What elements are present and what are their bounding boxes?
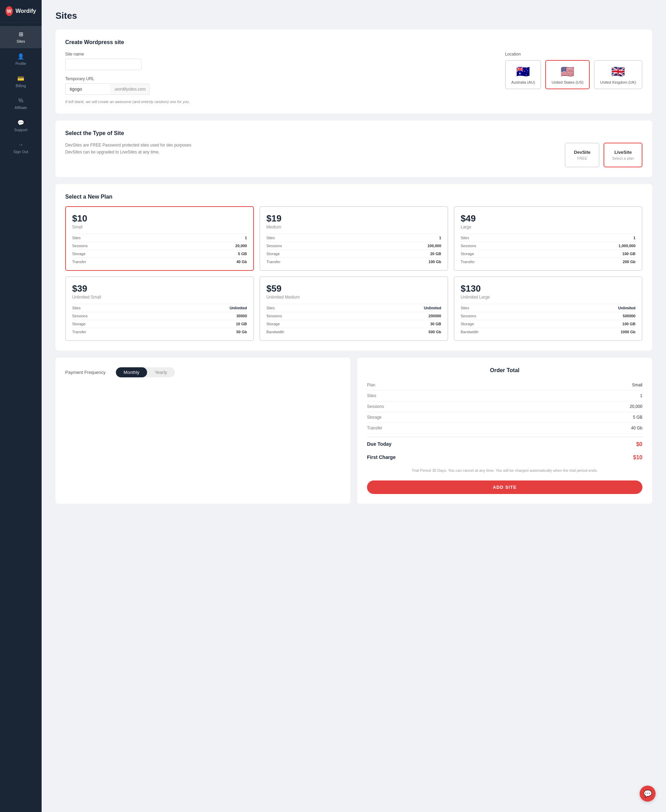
order-storage-label: Storage (367, 415, 382, 420)
us-flag: 🇺🇸 (560, 65, 574, 78)
main-content: Sites Create Wordpress site Site name Te… (41, 0, 666, 812)
plan-medium-features: Sites 1 Sessions 100,000 Storage 20 GB T… (266, 234, 441, 264)
sidebar-item-signout-label: Sign Out (13, 150, 28, 154)
order-sites-val: 1 (640, 393, 643, 398)
sidebar-item-signout[interactable]: → Sign Out (0, 137, 41, 159)
temp-url-label: Temporary URL (65, 76, 491, 81)
uk-flag: 🇬🇧 (611, 65, 625, 78)
monthly-toggle[interactable]: Monthly (116, 367, 147, 377)
location-us[interactable]: 🇺🇸 United States (US) (545, 60, 590, 89)
site-type-description: DevSites are FREE Password protected sit… (65, 143, 551, 157)
plan-small[interactable]: $10 Small Sites 1 Sessions 20,000 Storag… (65, 206, 254, 271)
site-type-livesite[interactable]: LiveSite Select a plan (603, 143, 643, 167)
url-row: .wordifysites.com (65, 83, 491, 95)
page-title: Sites (56, 10, 652, 21)
plan-large[interactable]: $49 Large Sites 1 Sessions 1,000,000 Sto… (454, 206, 643, 271)
url-prefix-input[interactable] (65, 83, 110, 95)
plan-unlimitedlarge-price: $130 (461, 283, 635, 294)
order-storage-val: 5 GB (633, 415, 643, 420)
add-site-button[interactable]: ADD SITE (367, 480, 643, 494)
order-note: Trial Period 30 Days. You can cancel at … (367, 468, 643, 473)
temp-url-group: Temporary URL .wordifysites.com If left … (65, 76, 491, 104)
plan-unlimitedsmall-name: Unlimited Small (72, 295, 247, 299)
livesite-name: LiveSite (614, 150, 631, 155)
plan-medium-transfer: Transfer 100 Gb (266, 258, 441, 264)
location-au[interactable]: 🇦🇺 Australia (AU) (505, 60, 541, 89)
order-transfer-label: Transfer (367, 426, 382, 430)
payment-frequency-row: Payment Frequency Monthly Yearly (65, 367, 341, 377)
sidebar-nav: ⊞ Sites 👤 Profile 💳 Billing % Affiliate … (0, 23, 41, 812)
sidebar-logo: W Wordify (0, 0, 41, 23)
plan-large-sites: Sites 1 (461, 234, 635, 240)
site-type-card: Select the Type of Site DevSites are FRE… (56, 121, 652, 177)
affiliate-icon: % (18, 98, 23, 104)
location-uk[interactable]: 🇬🇧 United Kingdom (UK) (594, 60, 643, 89)
devsite-name: DevSite (574, 150, 591, 155)
plans-grid: $10 Small Sites 1 Sessions 20,000 Storag… (65, 206, 643, 341)
au-flag: 🇦🇺 (516, 65, 530, 78)
order-sessions-val: 20,000 (630, 404, 643, 409)
site-type-cards: DevSite FREE LiveSite Select a plan (565, 143, 643, 167)
location-label: Location (505, 52, 643, 56)
order-row-sites: Sites 1 (367, 390, 643, 401)
order-row-sessions: Sessions 20,000 (367, 401, 643, 412)
us-name: United States (US) (552, 80, 584, 84)
support-icon: 💬 (17, 119, 24, 126)
sidebar-item-affiliate[interactable]: % Affiliate (0, 93, 41, 114)
plan-unlimitedlarge-storage: Storage 100 GB (461, 320, 635, 326)
plan-unlimited-small[interactable]: $39 Unlimited Small Sites Unlimited Sess… (65, 276, 254, 341)
yearly-toggle[interactable]: Yearly (147, 367, 175, 377)
order-total-card: Order Total Plan Small Sites 1 Sessions … (357, 357, 652, 504)
plan-medium-name: Medium (266, 225, 441, 230)
order-due-today-row: Due Today $0 (367, 437, 643, 451)
plan-unlimitedsmall-transfer: Transfer 50 Gb (72, 328, 247, 334)
payment-frequency-label: Payment Frequency (65, 370, 106, 375)
order-first-charge-label: First Charge (367, 455, 396, 461)
plan-unlimitedmedium-storage: Storage 30 GB (266, 320, 441, 326)
uk-name: United Kingdom (UK) (600, 80, 636, 84)
sidebar-item-billing-label: Billing (16, 84, 26, 88)
create-site-card: Create Wordpress site Site name Temporar… (56, 30, 652, 114)
create-site-form-row: Site name Temporary URL .wordifysites.co… (65, 52, 643, 104)
order-sessions-label: Sessions (367, 404, 384, 409)
order-total-title: Order Total (367, 367, 643, 374)
plan-unlimited-medium[interactable]: $59 Unlimited Medium Sites Unlimited Ses… (259, 276, 448, 341)
plan-small-storage-label: Storage (72, 252, 86, 256)
plan-unlimitedlarge-features: Sites Unlimited Sessions 500000 Storage … (461, 304, 635, 334)
sidebar-item-support[interactable]: 💬 Support (0, 114, 41, 137)
sidebar-item-profile[interactable]: 👤 Profile (0, 48, 41, 71)
plan-medium-sessions: Sessions 100,000 (266, 241, 441, 248)
plan-small-price: $10 (72, 213, 247, 224)
sidebar-item-billing[interactable]: 💳 Billing (0, 71, 41, 93)
sites-icon: ⊞ (19, 31, 23, 38)
sidebar-item-sites[interactable]: ⊞ Sites (0, 26, 41, 48)
plan-unlimitedlarge-bandwidth: Bandwidth 1000 Gb (461, 328, 635, 334)
location-section: Location 🇦🇺 Australia (AU) 🇺🇸 United Sta… (505, 52, 643, 89)
url-hint: If left blank, we will create an awesome… (65, 100, 491, 104)
chat-bubble[interactable]: 💬 (640, 786, 656, 802)
plan-small-storage: Storage 5 GB (72, 250, 247, 256)
plan-unlimitedmedium-name: Unlimited Medium (266, 295, 441, 299)
logo-text: Wordify (16, 8, 36, 14)
plan-medium[interactable]: $19 Medium Sites 1 Sessions 100,000 Stor… (259, 206, 448, 271)
site-type-devsite[interactable]: DevSite FREE (565, 143, 599, 167)
site-type-title: Select the Type of Site (65, 130, 643, 136)
order-first-charge-row: First Charge $10 (367, 451, 643, 463)
site-type-desc-2: DevSites can be upgraded to LiveSites at… (65, 150, 551, 154)
create-site-title: Create Wordpress site (65, 39, 643, 45)
logo-icon: W (5, 6, 13, 16)
plan-large-transfer: Transfer 200 Gb (461, 258, 635, 264)
signout-icon: → (18, 142, 23, 148)
site-name-label: Site name (65, 52, 491, 56)
order-row-plan: Plan Small (367, 380, 643, 390)
plan-unlimitedsmall-storage: Storage 10 GB (72, 320, 247, 326)
order-transfer-val: 40 Gb (631, 426, 643, 430)
billing-icon: 💳 (17, 75, 24, 82)
plan-small-transfer: Transfer 40 Gb (72, 258, 247, 264)
au-name: Australia (AU) (511, 80, 535, 84)
plan-unlimited-large[interactable]: $130 Unlimited Large Sites Unlimited Ses… (454, 276, 643, 341)
plan-small-name: Small (72, 225, 247, 230)
order-due-today-label: Due Today (367, 441, 392, 448)
site-name-input[interactable] (65, 59, 142, 70)
plan-unlimitedsmall-sessions: Sessions 30000 (72, 312, 247, 318)
